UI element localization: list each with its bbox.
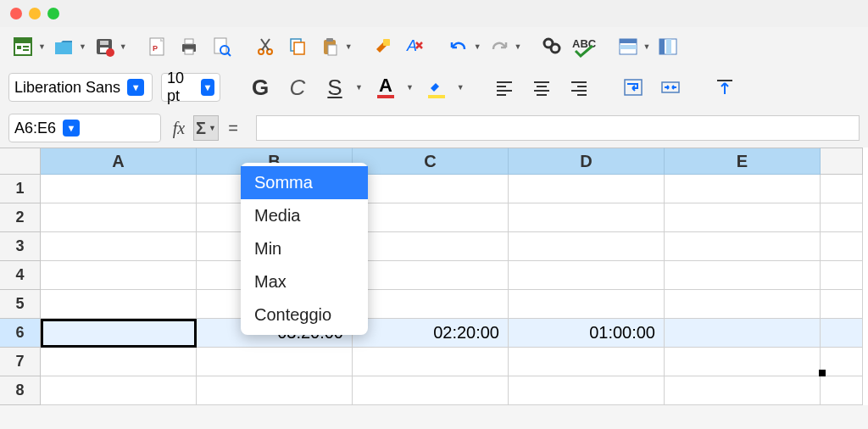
cell[interactable] — [41, 232, 197, 261]
active-cell[interactable] — [41, 319, 197, 348]
cell[interactable] — [665, 290, 821, 319]
align-center-icon[interactable] — [527, 73, 556, 102]
print-icon[interactable] — [175, 32, 203, 61]
cell[interactable] — [353, 290, 509, 319]
cell[interactable] — [665, 348, 821, 376]
wrap-text-icon[interactable] — [619, 73, 648, 102]
cell[interactable] — [509, 348, 665, 376]
formula-input[interactable] — [256, 115, 860, 141]
clone-formatting-icon[interactable] — [368, 32, 397, 61]
window-minimize-button[interactable] — [29, 8, 41, 20]
new-document-icon[interactable] — [8, 32, 37, 61]
cell[interactable] — [353, 203, 509, 232]
menu-item-min[interactable]: Min — [241, 232, 368, 265]
column-header[interactable]: A — [41, 148, 197, 175]
cell[interactable] — [665, 319, 821, 348]
cell[interactable] — [665, 376, 821, 405]
dropdown-arrow-icon[interactable]: ▼ — [38, 42, 46, 51]
clear-formatting-icon[interactable]: A — [400, 32, 429, 61]
name-box[interactable]: A6:E6 ▼ — [8, 114, 161, 142]
cell[interactable] — [509, 175, 665, 203]
chevron-down-icon[interactable]: ▼ — [201, 79, 214, 96]
bold-button[interactable]: G — [246, 73, 275, 102]
font-color-button[interactable]: A — [371, 73, 400, 102]
cell[interactable] — [821, 261, 863, 290]
font-name-combo[interactable]: Liberation Sans ▼ — [8, 73, 153, 102]
dropdown-arrow-icon[interactable]: ▼ — [457, 83, 465, 92]
row-header[interactable]: 8 — [0, 376, 41, 405]
fill-handle[interactable] — [819, 370, 826, 376]
print-preview-icon[interactable] — [207, 32, 236, 61]
formula-equals-button[interactable]: = — [220, 115, 246, 141]
row-header[interactable]: 3 — [0, 232, 41, 261]
column-header[interactable]: D — [509, 148, 665, 175]
cell[interactable] — [353, 261, 509, 290]
underline-button[interactable]: S — [320, 73, 349, 102]
cell[interactable] — [665, 232, 821, 261]
cell[interactable] — [665, 261, 821, 290]
cell[interactable]: 01:00:00 — [509, 319, 665, 348]
paste-icon[interactable] — [315, 32, 344, 61]
cell[interactable] — [821, 203, 863, 232]
pdf-export-icon[interactable]: P — [142, 32, 171, 61]
column-header[interactable] — [821, 148, 863, 175]
sum-dropdown-button[interactable]: Σ▼ — [193, 115, 219, 141]
dropdown-arrow-icon[interactable]: ▼ — [643, 42, 651, 51]
menu-item-count[interactable]: Conteggio — [241, 298, 368, 332]
cell[interactable] — [821, 376, 863, 405]
copy-icon[interactable] — [283, 32, 312, 61]
menu-item-average[interactable]: Media — [241, 199, 368, 232]
cell[interactable] — [821, 290, 863, 319]
row-header[interactable]: 5 — [0, 290, 41, 319]
dropdown-arrow-icon[interactable]: ▼ — [515, 42, 522, 51]
column-header[interactable]: E — [665, 148, 821, 175]
dropdown-arrow-icon[interactable]: ▼ — [406, 83, 414, 92]
cell[interactable] — [509, 232, 665, 261]
cell[interactable] — [509, 203, 665, 232]
cell[interactable] — [821, 319, 863, 348]
undo-icon[interactable] — [444, 32, 473, 61]
cell[interactable] — [353, 232, 509, 261]
dropdown-arrow-icon[interactable]: ▼ — [355, 83, 363, 92]
row-header[interactable]: 1 — [0, 175, 41, 203]
window-maximize-button[interactable] — [47, 8, 59, 20]
function-wizard-button[interactable]: fx — [166, 115, 192, 141]
highlight-color-button[interactable] — [422, 73, 451, 102]
cell[interactable] — [41, 348, 197, 376]
dropdown-arrow-icon[interactable]: ▼ — [120, 42, 127, 51]
align-top-icon[interactable] — [710, 73, 739, 102]
dropdown-arrow-icon[interactable]: ▼ — [79, 42, 86, 51]
cell[interactable] — [197, 348, 353, 376]
chevron-down-icon[interactable]: ▼ — [63, 120, 80, 136]
column-header[interactable]: C — [353, 148, 509, 175]
font-size-combo[interactable]: 10 pt ▼ — [161, 73, 220, 102]
align-left-icon[interactable] — [490, 73, 519, 102]
cell[interactable] — [41, 261, 197, 290]
menu-item-sum[interactable]: Somma — [241, 166, 368, 199]
menu-item-max[interactable]: Max — [241, 265, 368, 298]
cell[interactable] — [821, 348, 863, 376]
row-header[interactable]: 6 — [0, 319, 41, 348]
cell[interactable] — [821, 175, 863, 203]
redo-icon[interactable] — [485, 32, 514, 61]
cell[interactable] — [509, 376, 665, 405]
cell[interactable] — [509, 261, 665, 290]
cell[interactable] — [509, 290, 665, 319]
cell[interactable]: 02:20:00 — [353, 319, 509, 348]
cell[interactable] — [41, 175, 197, 203]
cell[interactable] — [353, 175, 509, 203]
cell[interactable] — [197, 376, 353, 405]
align-right-icon[interactable] — [565, 73, 593, 102]
cell[interactable] — [41, 376, 197, 405]
cell[interactable] — [665, 175, 821, 203]
row-header[interactable]: 4 — [0, 261, 41, 290]
open-icon[interactable] — [49, 32, 78, 61]
save-icon[interactable] — [90, 32, 119, 61]
cell[interactable] — [353, 376, 509, 405]
dropdown-arrow-icon[interactable]: ▼ — [474, 42, 481, 51]
select-all-corner[interactable] — [0, 148, 41, 175]
cell[interactable] — [41, 203, 197, 232]
window-close-button[interactable] — [10, 8, 22, 20]
column-icon[interactable] — [654, 32, 682, 61]
find-icon[interactable] — [537, 32, 566, 61]
